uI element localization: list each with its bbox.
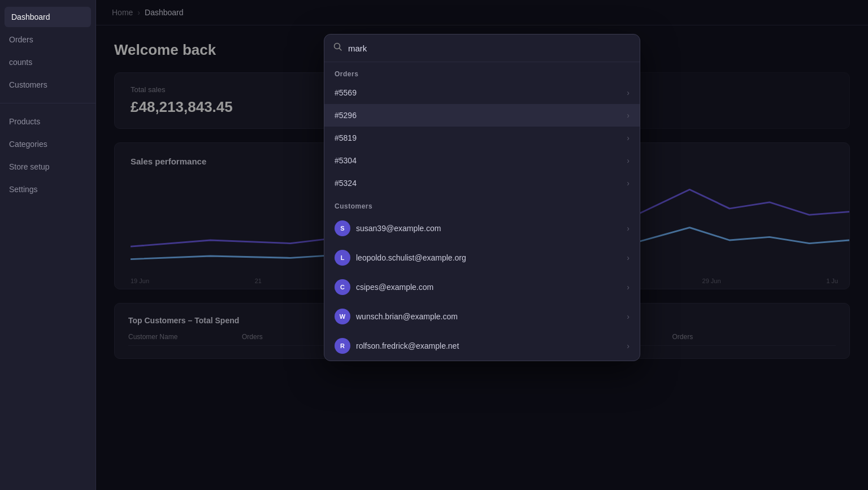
search-result-cust-5[interactable]: R rolfson.fredrick@example.net › [324, 331, 640, 361]
search-result-order-5569[interactable]: #5569 › [324, 81, 640, 104]
svg-line-1 [340, 49, 342, 51]
avatar-cust-1: S [335, 220, 350, 236]
sidebar-item-dashboard[interactable]: Dashboard [5, 7, 91, 27]
sidebar-divider [0, 103, 96, 103]
search-overlay: Orders #5569 › #5296 › #5819 › #5304 › #… [96, 0, 868, 490]
search-result-cust-4[interactable]: W wunsch.brian@example.com › [324, 302, 640, 331]
search-input[interactable] [348, 44, 631, 53]
chevron-right-icon: › [627, 253, 630, 262]
search-result-order-5304[interactable]: #5304 › [324, 149, 640, 172]
sidebar-item-store-setup[interactable]: Store setup [0, 155, 96, 178]
chevron-right-icon: › [627, 179, 630, 188]
chevron-right-icon: › [627, 283, 630, 292]
main-content: Home › Dashboard Welcome back Total sale… [96, 0, 868, 490]
chevron-right-icon: › [627, 133, 630, 142]
chevron-right-icon: › [627, 88, 630, 97]
search-panel: Orders #5569 › #5296 › #5819 › #5304 › #… [324, 34, 640, 361]
search-result-cust-2[interactable]: L leopoldo.schulist@example.org › [324, 243, 640, 272]
avatar-cust-5: R [335, 338, 350, 354]
sidebar-item-products[interactable]: Products [0, 110, 96, 133]
chevron-right-icon: › [627, 111, 630, 120]
search-input-wrapper [324, 34, 640, 62]
sidebar: Dashboard Orders counts Customers Produc… [0, 0, 96, 490]
search-result-cust-1[interactable]: S susan39@example.com › [324, 214, 640, 243]
search-result-cust-3[interactable]: C csipes@example.com › [324, 272, 640, 302]
chevron-right-icon: › [627, 224, 630, 233]
search-result-order-5819[interactable]: #5819 › [324, 127, 640, 149]
sidebar-item-categories[interactable]: Categories [0, 133, 96, 155]
chevron-right-icon: › [627, 156, 630, 165]
avatar-cust-2: L [335, 250, 350, 266]
avatar-cust-3: C [335, 279, 350, 295]
search-result-order-5324[interactable]: #5324 › [324, 172, 640, 194]
search-result-order-5296[interactable]: #5296 › [324, 104, 640, 127]
chevron-right-icon: › [627, 312, 630, 321]
chevron-right-icon: › [627, 341, 630, 350]
search-icon [333, 42, 342, 54]
sidebar-item-settings[interactable]: Settings [0, 178, 96, 201]
avatar-cust-4: W [335, 309, 350, 324]
sidebar-item-orders[interactable]: Orders [0, 28, 96, 51]
sidebar-item-customers[interactable]: Customers [0, 73, 96, 96]
sidebar-item-counts[interactable]: counts [0, 51, 96, 73]
search-section-orders: Orders [324, 62, 640, 81]
search-section-customers: Customers [324, 194, 640, 214]
